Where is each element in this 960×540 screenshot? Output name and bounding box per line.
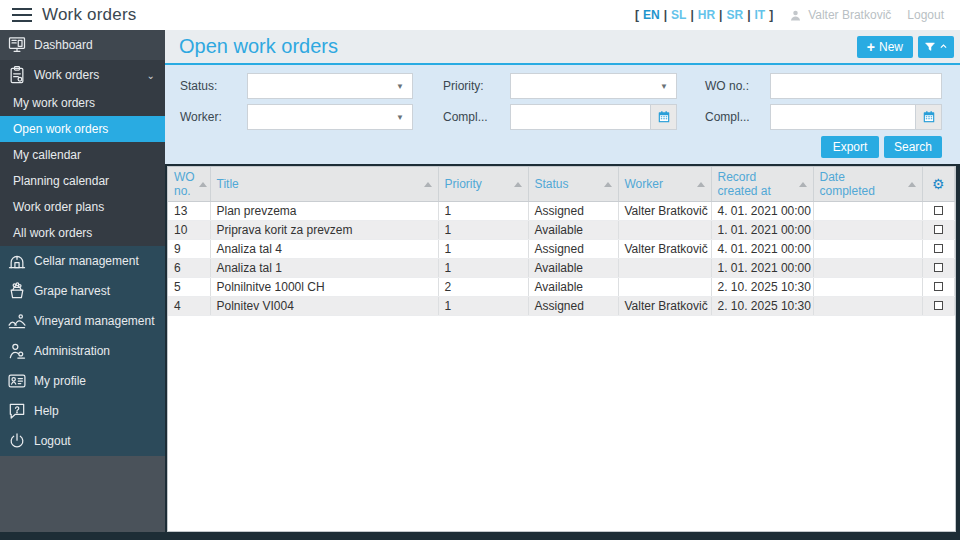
administration-icon xyxy=(0,341,34,361)
priority-filter-label: Priority: xyxy=(443,79,510,93)
completed-to-calendar-button[interactable] xyxy=(915,104,942,130)
topbar-right: [ EN | SL | HR | SR | IT ] Valter Bratko… xyxy=(635,8,960,22)
sidebar-item-vineyard-management[interactable]: Vineyard management xyxy=(0,306,165,336)
row-checkbox[interactable] xyxy=(934,282,943,291)
column-label: Worker xyxy=(625,177,663,191)
clipboard-icon xyxy=(0,65,34,85)
completed-to-filter-label: Compl... xyxy=(705,110,770,124)
sidebar-item-logout[interactable]: Logout xyxy=(0,426,165,456)
sidebar-item-my-profile[interactable]: My profile xyxy=(0,366,165,396)
grape-basket-icon xyxy=(0,281,34,301)
row-checkbox[interactable] xyxy=(934,244,943,253)
column-header-wo-no[interactable]: WO no. xyxy=(168,167,210,202)
export-button[interactable]: Export xyxy=(821,136,879,158)
plus-icon: + xyxy=(867,39,875,55)
bracket: [ xyxy=(635,8,639,22)
sidebar-item-dashboard[interactable]: Dashboard xyxy=(0,30,165,60)
sidebar-item-label: My profile xyxy=(34,374,86,388)
sidebar-subitem-label: Work order plans xyxy=(13,200,104,214)
topbar-logout-link[interactable]: Logout xyxy=(907,8,944,22)
sidebar-item-administration[interactable]: Administration xyxy=(0,336,165,366)
column-label: Record created at xyxy=(718,170,795,198)
sidebar-item-label: Vineyard management xyxy=(34,314,155,328)
completed-from-input-wrap xyxy=(510,104,650,130)
row-checkbox[interactable] xyxy=(934,263,943,272)
new-button-label: New xyxy=(879,40,903,54)
completed-to-date-field xyxy=(770,104,942,130)
filter-toggle-button[interactable] xyxy=(918,36,954,58)
table-row[interactable]: 6Analiza tal 11Available1. 01. 2021 00:0… xyxy=(168,259,955,278)
column-header-title[interactable]: Title xyxy=(210,167,438,202)
sort-asc-icon xyxy=(908,182,916,187)
column-settings-button[interactable]: ⚙ xyxy=(922,167,955,202)
table-row[interactable]: 9Analiza tal 41AssignedValter Bratkovič4… xyxy=(168,240,955,259)
table-row[interactable]: 10Priprava korit za prevzem1Available1. … xyxy=(168,221,955,240)
language-link-sl[interactable]: SL xyxy=(671,8,686,22)
sidebar-item-cellar-management[interactable]: Cellar management xyxy=(0,246,165,276)
completed-from-calendar-button[interactable] xyxy=(650,104,677,130)
column-header-priority[interactable]: Priority xyxy=(438,167,528,202)
sidebar-subitem-label: My callendar xyxy=(13,148,81,162)
chevron-down-icon: ⌄ xyxy=(147,70,155,81)
sidebar-item-all-work-orders[interactable]: All work orders xyxy=(0,220,165,246)
row-checkbox[interactable] xyxy=(934,206,943,215)
column-label: Title xyxy=(217,177,239,191)
sidebar-item-my-work-orders[interactable]: My work orders xyxy=(0,90,165,116)
vineyard-landscape-icon xyxy=(0,311,34,331)
column-header-date-completed[interactable]: Date completed xyxy=(813,167,922,202)
column-label: Date completed xyxy=(820,170,904,198)
sidebar-item-help[interactable]: Help xyxy=(0,396,165,426)
language-switcher: [ EN | SL | HR | SR | IT ] xyxy=(635,8,773,22)
column-header-worker[interactable]: Worker xyxy=(618,167,711,202)
completed-to-input[interactable] xyxy=(771,105,915,129)
user-name: Valter Bratkovič xyxy=(808,8,891,22)
status-filter-label: Status: xyxy=(180,79,247,93)
worker-filter-label: Worker: xyxy=(180,110,247,124)
column-header-record-created[interactable]: Record created at xyxy=(711,167,813,202)
completed-from-filter-label: Compl... xyxy=(443,110,510,124)
language-link-sr[interactable]: SR xyxy=(726,8,743,22)
language-separator: | xyxy=(690,8,693,22)
filter-panel: Status: ▼ Priority: ▼ WO no.: Worker: ▼ … xyxy=(165,63,960,164)
row-checkbox[interactable] xyxy=(934,225,943,234)
caret-down-icon: ▼ xyxy=(396,82,404,91)
funnel-icon xyxy=(924,41,936,53)
cellar-barrel-icon xyxy=(0,251,34,271)
sidebar-subitem-label: All work orders xyxy=(13,226,92,240)
column-label: Status xyxy=(535,177,569,191)
priority-filter-select[interactable]: ▼ xyxy=(510,73,677,99)
wo-no-filter-input[interactable] xyxy=(771,74,941,98)
column-label: Priority xyxy=(445,177,482,191)
worker-filter-select[interactable]: ▼ xyxy=(247,104,413,130)
sidebar-item-my-callendar[interactable]: My callendar xyxy=(0,142,165,168)
sidebar-item-work-order-plans[interactable]: Work order plans xyxy=(0,194,165,220)
chevron-up-icon xyxy=(939,42,948,51)
calendar-icon xyxy=(657,110,671,124)
sidebar-item-label: Grape harvest xyxy=(34,284,110,298)
main-content: Open work orders + New Status: ▼ Priorit… xyxy=(165,30,960,540)
language-link-it[interactable]: IT xyxy=(754,8,765,22)
sidebar-item-open-work-orders[interactable]: Open work orders xyxy=(0,116,165,142)
status-filter-select[interactable]: ▼ xyxy=(247,73,413,99)
sidebar-item-grape-harvest[interactable]: Grape harvest xyxy=(0,276,165,306)
work-orders-table-panel: WO no. Title Priority Status Worker Reco… xyxy=(167,166,956,532)
new-work-order-button[interactable]: + New xyxy=(857,36,913,58)
work-orders-table: WO no. Title Priority Status Worker Reco… xyxy=(168,167,955,316)
language-separator: | xyxy=(747,8,750,22)
table-row[interactable]: 5Polnilnitve 1000l CH2Available2. 10. 20… xyxy=(168,278,955,297)
language-link-en[interactable]: EN xyxy=(643,8,660,22)
search-button[interactable]: Search xyxy=(884,136,942,158)
table-row[interactable]: 13Plan prevzema1AssignedValter Bratkovič… xyxy=(168,202,955,221)
table-row[interactable]: 4Polnitev VI0041AssignedValter Bratkovič… xyxy=(168,297,955,316)
completed-from-input[interactable] xyxy=(511,105,650,129)
language-link-hr[interactable]: HR xyxy=(698,8,715,22)
sort-asc-icon xyxy=(799,182,807,187)
hamburger-menu-icon[interactable] xyxy=(12,8,32,22)
column-header-status[interactable]: Status xyxy=(528,167,618,202)
profile-card-icon xyxy=(0,371,34,391)
top-bar: Work orders [ EN | SL | HR | SR | IT ] V… xyxy=(0,0,960,30)
row-checkbox[interactable] xyxy=(934,301,943,310)
sidebar-item-work-orders[interactable]: Work orders ⌄ xyxy=(0,60,165,90)
sidebar-item-planning-calendar[interactable]: Planning calendar xyxy=(0,168,165,194)
sort-asc-icon xyxy=(514,182,522,187)
